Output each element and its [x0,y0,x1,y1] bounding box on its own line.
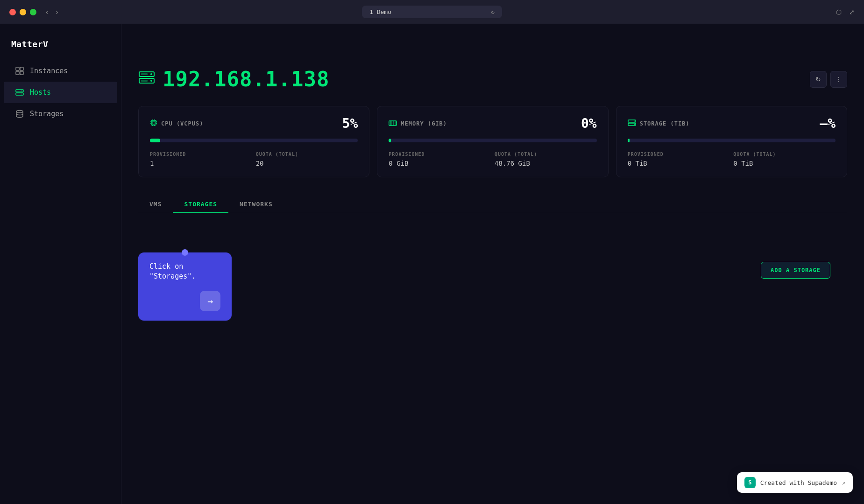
storage-quota-value: 0 TiB [733,160,753,167]
window-actions: ⬡ ⤢ [836,8,855,16]
add-storage-button[interactable]: ADD A STORAGE [761,262,830,279]
svg-point-8 [16,111,23,113]
storage-quota: QUOTA (TOTAL) 0 TiB [733,152,836,168]
svg-point-13 [150,80,152,82]
memory-progress-bar [389,139,596,142]
sidebar-item-storages-label: Storages [30,110,64,118]
cpu-percent: 5% [342,116,358,131]
memory-provisioned-value: 0 GiB [389,160,408,167]
cpu-progress-bar [150,139,358,142]
cpu-provisioned: PROVISIONED 1 [150,152,252,168]
cpu-provisioned-value: 1 [150,160,154,167]
sidebar-nav: Instances Hosts [0,60,121,125]
cpu-label: CPU (vCPUs) [150,119,203,128]
minimize-button[interactable] [20,9,26,15]
cpu-footer: PROVISIONED 1 QUOTA (TOTAL) 20 [150,152,358,168]
url-text: 1 Demo [369,8,391,15]
refresh-button[interactable]: ↻ [810,71,827,88]
memory-label: MEMORY (GiB) [389,120,447,127]
main-area: admin ▼ [121,24,864,504]
storage-stat-card: STORAGE (TiB) —% PROVISIONED 0 TiB QU [616,106,847,177]
cpu-label-text: CPU (vCPUs) [161,120,203,127]
tooltip-next-button[interactable]: → [200,291,220,311]
sidebar: MatterV Instances [0,24,121,504]
storage-provisioned-label: PROVISIONED [628,152,730,157]
memory-provisioned: PROVISIONED 0 GiB [389,152,491,168]
sidebar-logo: MatterV [0,32,121,60]
app-container: MatterV Instances [0,24,864,504]
supademo-badge[interactable]: S Created with Supademo ↗ [737,472,853,493]
more-options-button[interactable]: ⋮ [830,71,847,88]
storage-label: STORAGE (TiB) [628,119,690,127]
instances-icon [15,67,24,75]
storage-progress-fill [628,139,630,142]
sidebar-item-storages[interactable]: Storages [4,103,117,125]
memory-label-text: MEMORY (GiB) [401,120,447,127]
memory-icon [389,120,397,127]
storage-progress-bar [628,139,836,142]
supademo-link-icon: ↗ [842,479,845,486]
host-title-group: 192.168.1.138 [138,67,329,91]
cpu-quota: QUOTA (TOTAL) 20 [256,152,358,168]
svg-point-38 [634,124,635,125]
supademo-text: Created with Supademo [760,479,837,486]
svg-rect-0 [16,67,19,70]
svg-point-6 [21,91,22,91]
share-icon[interactable]: ⬡ [836,8,842,16]
svg-point-12 [150,73,152,75]
svg-rect-14 [141,73,148,75]
storage-percent: —% [820,116,836,131]
cpu-icon [150,119,157,128]
sidebar-item-instances[interactable]: Instances [4,60,117,82]
memory-provisioned-label: PROVISIONED [389,152,491,157]
storage-quota-label: QUOTA (TOTAL) [733,152,836,157]
supademo-icon: S [744,477,756,488]
svg-rect-15 [141,80,148,82]
hosts-icon [15,88,24,97]
memory-footer: PROVISIONED 0 GiB QUOTA (TOTAL) 48.76 Gi… [389,152,596,168]
host-ip-title: 192.168.1.138 [163,67,329,91]
window-chrome: ‹ › 1 Demo ↻ ⬡ ⤢ [0,0,864,24]
fullscreen-icon[interactable]: ⤢ [849,8,855,16]
main-content: 192.168.1.138 ↻ ⋮ [121,52,864,504]
storage-provisioned-value: 0 TiB [628,160,647,167]
window-nav: ‹ › [46,8,58,16]
memory-percent: 0% [581,116,597,131]
reload-icon[interactable]: ↻ [491,8,495,15]
storage-provisioned: PROVISIONED 0 TiB [628,152,730,168]
tab-storages[interactable]: STORAGES [173,196,228,213]
cpu-stat-card: CPU (vCPUs) 5% PROVISIONED 1 QUOTA (T [138,106,369,177]
tab-vms[interactable]: VMS [138,196,173,213]
maximize-button[interactable] [30,9,36,15]
sidebar-item-hosts-label: Hosts [30,88,51,97]
cpu-provisioned-label: PROVISIONED [150,152,252,157]
svg-rect-26 [389,121,397,126]
cpu-card-header: CPU (vCPUs) 5% [150,116,358,131]
tab-networks[interactable]: NETWORKS [228,196,284,213]
cpu-progress-fill [150,139,160,142]
storage-label-text: STORAGE (TiB) [640,120,690,127]
memory-quota-label: QUOTA (TOTAL) [495,152,597,157]
host-actions: ↻ ⋮ [810,71,847,88]
close-button[interactable] [9,9,16,15]
memory-card-header: MEMORY (GiB) 0% [389,116,596,131]
host-header: 192.168.1.138 ↻ ⋮ [138,67,847,91]
memory-quota-value: 48.76 GiB [495,160,530,167]
tabs-bar: VMS STORAGES NETWORKS [138,196,847,213]
storages-icon [15,110,24,118]
svg-rect-2 [16,71,19,75]
svg-point-7 [21,94,22,95]
tooltip-popup: Click on "Storages". → [138,252,232,321]
address-bar[interactable]: 1 Demo ↻ [362,6,502,18]
forward-button[interactable]: › [56,8,58,16]
stats-grid: CPU (vCPUs) 5% PROVISIONED 1 QUOTA (T [138,106,847,177]
arrow-right-icon: → [207,295,213,307]
tooltip-text: Click on "Storages". [149,262,220,281]
memory-quota: QUOTA (TOTAL) 48.76 GiB [495,152,597,168]
cpu-quota-value: 20 [256,160,264,167]
back-button[interactable]: ‹ [46,8,48,16]
host-server-icon [138,69,155,89]
storage-icon [628,119,636,127]
sidebar-item-hosts[interactable]: Hosts [4,82,117,103]
memory-progress-fill [389,139,390,142]
